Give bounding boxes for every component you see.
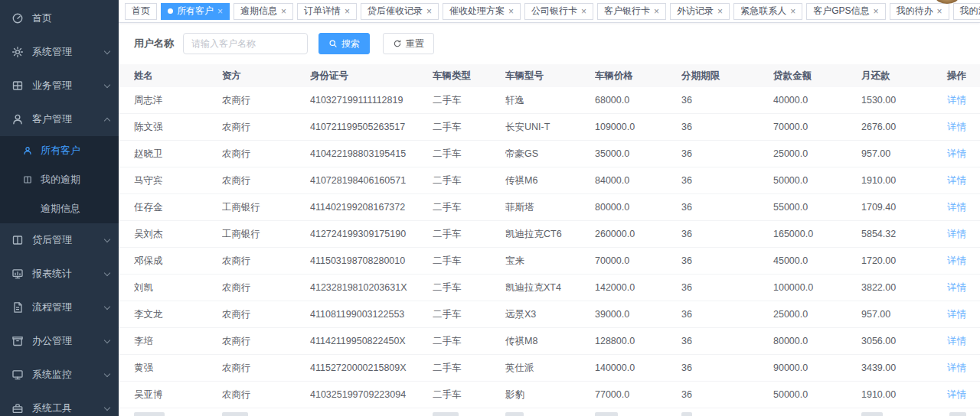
cell-loan-amount: 55000.0 bbox=[773, 202, 861, 213]
cell-vehicle-model: 英仕派 bbox=[505, 362, 595, 375]
cell-action: 详情 bbox=[923, 255, 966, 268]
close-icon[interactable]: × bbox=[873, 7, 878, 16]
search-button[interactable]: 搜索 bbox=[318, 33, 370, 54]
close-icon[interactable]: × bbox=[654, 7, 659, 16]
cell-vehicle-price: 70000.0 bbox=[595, 255, 681, 266]
close-icon[interactable]: × bbox=[581, 7, 586, 16]
cell-vehicle-price: 80000.0 bbox=[595, 202, 681, 213]
sidebar-item-office-mgmt[interactable]: 办公管理 bbox=[0, 324, 119, 358]
sidebar-item-label: 系统管理 bbox=[32, 45, 72, 59]
table-row: 吴刘杰工商银行412724199309175190二手车凯迪拉克CT626000… bbox=[119, 221, 980, 248]
cell-monthly-payment: 957.00 bbox=[861, 309, 923, 320]
cell-vehicle-type: 二手车 bbox=[433, 281, 505, 294]
detail-link[interactable]: 详情 bbox=[947, 362, 966, 373]
tab-home[interactable]: 首页 bbox=[125, 3, 157, 20]
detail-link[interactable]: 详情 bbox=[947, 255, 966, 266]
cell-funder: 农商行 bbox=[222, 255, 310, 268]
cell-vehicle-type: 二手车 bbox=[433, 174, 505, 187]
tab-visit-record[interactable]: 外访记录× bbox=[670, 3, 730, 20]
detail-link[interactable]: 详情 bbox=[947, 202, 966, 213]
sidebar-item-label: 首页 bbox=[32, 11, 52, 25]
chevron-down-icon bbox=[104, 337, 110, 343]
sidebar-item-system-mgmt[interactable]: 系统管理 bbox=[0, 35, 119, 69]
sidebar-item-label: 流程管理 bbox=[32, 301, 72, 314]
cell-vehicle-price: 260000.0 bbox=[595, 229, 681, 239]
table-row: 李培农商行41142119950822450X二手车传祺M8128800.036… bbox=[119, 328, 980, 355]
tab-overdue-info[interactable]: 逾期信息× bbox=[234, 3, 293, 20]
sidebar-item-my-overdue[interactable]: 我的逾期 bbox=[0, 165, 119, 194]
close-icon[interactable]: × bbox=[508, 7, 514, 16]
clipped-text bbox=[433, 412, 459, 416]
cell-monthly-payment: 2676.00 bbox=[861, 122, 923, 132]
cell-vehicle-model: 远景X3 bbox=[505, 308, 595, 321]
tab-emergency-contact[interactable]: 紧急联系人× bbox=[733, 3, 802, 20]
cell-id-number: 41232819810203631X bbox=[310, 282, 433, 293]
detail-link[interactable]: 详情 bbox=[947, 336, 966, 346]
header-cell: 姓名 bbox=[134, 70, 222, 83]
tab-order-detail[interactable]: 订单详情× bbox=[297, 3, 357, 20]
detail-link[interactable]: 详情 bbox=[947, 229, 966, 239]
submenu-customer-mgmt: 所有客户我的逾期逾期信息 bbox=[0, 136, 119, 223]
sidebar-item-system-monitor[interactable]: 系统监控 bbox=[0, 358, 119, 392]
sidebar-item-report-stats[interactable]: 报表统计 bbox=[0, 257, 119, 291]
cell-vehicle-price: 39000.0 bbox=[595, 309, 681, 320]
detail-link[interactable]: 详情 bbox=[947, 309, 966, 320]
tab-label: 客户GPS信息 bbox=[813, 5, 869, 18]
cell-action: 详情 bbox=[923, 174, 966, 187]
detail-link[interactable]: 详情 bbox=[947, 95, 966, 106]
clipped-text bbox=[681, 412, 692, 416]
tab-collection-record[interactable]: 贷后催收记录× bbox=[361, 3, 439, 20]
tab-all-customers[interactable]: 所有客户× bbox=[161, 3, 230, 20]
close-icon[interactable]: × bbox=[937, 7, 942, 16]
sidebar-item-loan-mgmt[interactable]: 贷后管理 bbox=[0, 223, 119, 257]
cell-vehicle-model: 菲斯塔 bbox=[505, 201, 595, 214]
cell-action: 详情 bbox=[923, 362, 966, 375]
sidebar: 首页系统管理业务管理客户管理所有客户我的逾期逾期信息贷后管理报表统计流程管理办公… bbox=[0, 0, 119, 416]
sidebar-item-system-tools[interactable]: 系统工具 bbox=[0, 392, 119, 416]
detail-link[interactable]: 详情 bbox=[947, 148, 966, 159]
close-icon[interactable]: × bbox=[790, 7, 795, 16]
tab-my-process[interactable]: 我的流程× bbox=[953, 3, 980, 20]
tab-company-bank-card[interactable]: 公司银行卡× bbox=[524, 3, 593, 20]
sidebar-item-business-mgmt[interactable]: 业务管理 bbox=[0, 69, 119, 102]
sidebar-item-overdue-info[interactable]: 逾期信息 bbox=[0, 194, 119, 223]
cell-funder: 工商银行 bbox=[222, 228, 310, 241]
cell-monthly-payment: 1709.40 bbox=[861, 202, 923, 213]
sidebar-item-home[interactable]: 首页 bbox=[0, 2, 119, 35]
cell-monthly-payment: 957.00 bbox=[861, 148, 923, 159]
sidebar-item-customer-mgmt[interactable]: 客户管理 bbox=[0, 102, 119, 136]
table-row: 李文龙农商行411081199003122553二手车远景X339000.036… bbox=[119, 301, 980, 328]
close-icon[interactable]: × bbox=[426, 7, 432, 16]
close-icon[interactable]: × bbox=[717, 7, 723, 16]
tab-collection-plan[interactable]: 催收处理方案× bbox=[443, 3, 521, 20]
table-row: 赵晓卫农商行410422198803195415二手车帝豪GS35000.036… bbox=[119, 141, 980, 167]
sidebar-item-all-customers[interactable]: 所有客户 bbox=[0, 136, 119, 165]
tab-customer-gps[interactable]: 客户GPS信息× bbox=[806, 3, 885, 20]
cell-id-number: 411081199003122553 bbox=[310, 309, 433, 320]
cell-vehicle-type: 二手车 bbox=[433, 308, 505, 321]
dashboard-icon bbox=[11, 12, 24, 24]
search-input[interactable] bbox=[183, 33, 308, 54]
cell-vehicle-type: 二手车 bbox=[433, 255, 505, 268]
tab-label: 我的流程 bbox=[960, 5, 980, 18]
cell-action: 详情 bbox=[923, 201, 966, 214]
tab-label: 贷后催收记录 bbox=[368, 5, 423, 18]
detail-link[interactable]: 详情 bbox=[947, 122, 966, 132]
cell-term: 36 bbox=[681, 95, 773, 106]
chevron-down-icon bbox=[104, 270, 110, 276]
cell-id-number: 411503198708280010 bbox=[310, 255, 433, 266]
tab-my-todo[interactable]: 我的待办× bbox=[890, 3, 949, 20]
detail-link[interactable]: 详情 bbox=[947, 175, 966, 186]
detail-link[interactable]: 详情 bbox=[947, 282, 966, 293]
reset-button[interactable]: 重置 bbox=[383, 33, 434, 54]
close-icon[interactable]: × bbox=[217, 7, 223, 16]
cell-name: 任存金 bbox=[134, 201, 222, 214]
tab-label: 公司银行卡 bbox=[531, 5, 577, 18]
sidebar-item-process-mgmt[interactable]: 流程管理 bbox=[0, 291, 119, 324]
sidebar-item-label: 业务管理 bbox=[32, 79, 72, 93]
close-icon[interactable]: × bbox=[281, 7, 286, 16]
tab-customer-bank-card[interactable]: 客户银行卡× bbox=[597, 3, 666, 20]
main-area: 首页所有客户×逾期信息×订单详情×贷后催收记录×催收处理方案×公司银行卡×客户银… bbox=[119, 0, 980, 416]
close-icon[interactable]: × bbox=[345, 7, 350, 16]
detail-link[interactable]: 详情 bbox=[947, 389, 966, 400]
